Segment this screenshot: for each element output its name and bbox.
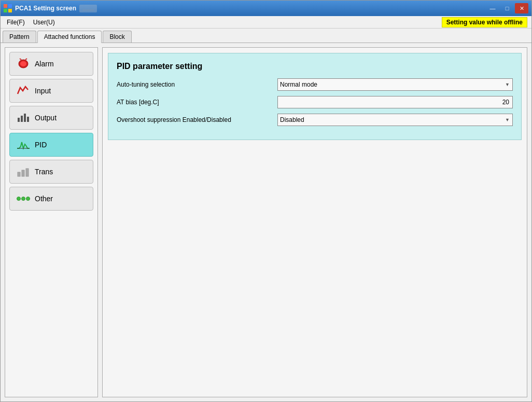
input-label: Input	[35, 87, 51, 95]
close-button[interactable]: ✕	[515, 3, 528, 13]
auto-tuning-select-wrapper: Normal mode Fast mode Disabled	[277, 78, 513, 91]
svg-rect-10	[24, 114, 26, 122]
overshoot-select-wrapper: Disabled Enabled	[277, 114, 513, 126]
overshoot-label: Overshoot suppression Enabled/Disabled	[117, 116, 277, 123]
svg-point-16	[17, 197, 21, 201]
svg-rect-11	[27, 117, 29, 122]
app-icon	[4, 4, 12, 12]
svg-rect-1	[8, 4, 12, 8]
sidebar-item-pid[interactable]: PID	[9, 133, 93, 157]
title-bar-left: PCA1 Setting screen ........	[4, 4, 97, 12]
trans-icon	[16, 165, 31, 178]
svg-point-17	[22, 197, 25, 201]
content-area: PID parameter setting Auto-tuning select…	[102, 47, 527, 397]
at-bias-input[interactable]	[277, 96, 513, 108]
auto-tuning-control: Normal mode Fast mode Disabled	[277, 78, 513, 91]
file-menu[interactable]: File(F)	[3, 18, 29, 27]
pid-panel: PID parameter setting Auto-tuning select…	[108, 53, 522, 140]
trans-label: Trans	[35, 168, 53, 176]
title-bar-controls: — □ ✕	[486, 3, 528, 13]
auto-tuning-row: Auto-tuning selection Normal mode Fast m…	[117, 78, 513, 91]
input-icon	[16, 85, 31, 97]
svg-rect-14	[22, 170, 24, 176]
drag-handle: ........	[79, 5, 97, 12]
menu-bar: File(F) User(U) Setting value while offl…	[1, 16, 531, 29]
tab-attached-functions[interactable]: Attached functions	[37, 31, 102, 43]
auto-tuning-select[interactable]: Normal mode Fast mode Disabled	[277, 78, 513, 91]
svg-rect-0	[4, 4, 7, 8]
offline-notice: Setting value while offline	[442, 17, 527, 27]
sidebar-item-input[interactable]: Input	[9, 79, 93, 103]
tab-pattern[interactable]: Pattern	[3, 31, 36, 43]
maximize-button[interactable]: □	[500, 3, 514, 13]
sidebar: Alarm Input	[5, 47, 98, 397]
svg-rect-3	[8, 9, 12, 12]
alarm-label: Alarm	[35, 60, 54, 68]
svg-line-6	[20, 59, 21, 60]
auto-tuning-label: Auto-tuning selection	[117, 81, 277, 88]
at-bias-control	[277, 96, 513, 108]
overshoot-select[interactable]: Disabled Enabled	[277, 114, 513, 126]
tab-block[interactable]: Block	[103, 31, 131, 43]
at-bias-row: AT bias [deg.C]	[117, 96, 513, 108]
output-label: Output	[35, 114, 57, 122]
sidebar-item-other[interactable]: Other	[9, 187, 93, 211]
pid-panel-title: PID parameter setting	[117, 62, 513, 71]
overshoot-control: Disabled Enabled	[277, 114, 513, 126]
svg-point-5	[20, 61, 26, 66]
window-title: PCA1 Setting screen	[15, 5, 76, 12]
other-icon	[16, 192, 31, 205]
alarm-icon	[16, 58, 31, 70]
other-label: Other	[35, 195, 53, 203]
svg-line-7	[25, 59, 27, 60]
overshoot-row: Overshoot suppression Enabled/Disabled D…	[117, 114, 513, 126]
svg-point-18	[26, 197, 30, 201]
sidebar-item-trans[interactable]: Trans	[9, 160, 93, 184]
main-content: Alarm Input	[1, 43, 531, 401]
title-bar: PCA1 Setting screen ........ — □ ✕	[1, 1, 531, 16]
user-menu[interactable]: User(U)	[29, 18, 59, 27]
pid-icon	[16, 138, 31, 151]
output-icon	[16, 112, 31, 124]
at-bias-label: AT bias [deg.C]	[117, 99, 277, 106]
svg-rect-15	[26, 169, 29, 176]
tab-bar: Pattern Attached functions Block	[1, 29, 531, 43]
main-window: PCA1 Setting screen ........ — □ ✕ File(…	[0, 0, 532, 402]
svg-rect-9	[21, 116, 23, 122]
svg-rect-2	[4, 9, 7, 12]
sidebar-item-alarm[interactable]: Alarm	[9, 52, 93, 76]
svg-rect-13	[18, 172, 20, 176]
minimize-button[interactable]: —	[486, 3, 499, 13]
sidebar-item-output[interactable]: Output	[9, 106, 93, 130]
pid-label: PID	[35, 141, 47, 149]
svg-rect-8	[18, 118, 20, 122]
